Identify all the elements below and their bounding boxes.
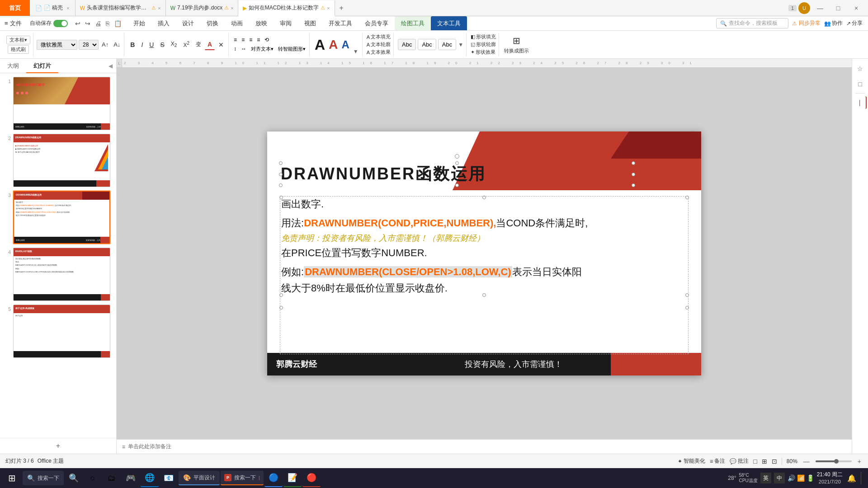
abc-dropdown[interactable]: ▼: [458, 42, 463, 48]
align-center-btn[interactable]: ≡: [240, 36, 246, 44]
abc-preset-3[interactable]: Abc: [438, 39, 456, 50]
tab-slideshow[interactable]: 放映: [249, 16, 274, 30]
text-style-btn[interactable]: 文本框▾: [6, 36, 30, 44]
font-name-select[interactable]: 微软雅黑: [37, 40, 77, 50]
abc-preset-1[interactable]: Abc: [398, 39, 416, 50]
taskbar-icon-4[interactable]: 🎮: [122, 469, 140, 487]
slide-canvas-area[interactable]: DRAWNUMBER函数运用: [117, 68, 852, 439]
panel-tab-outline[interactable]: 大纲: [0, 59, 26, 73]
slide-item-5[interactable]: 5 例子运用-构成模板 例子运用: [3, 305, 113, 358]
strikethrough-btn[interactable]: S: [157, 40, 167, 50]
text-a-medium[interactable]: A: [329, 38, 338, 51]
font-size-select[interactable]: 28: [79, 40, 99, 50]
shape-fill-btn[interactable]: ◧ 形状填充: [471, 33, 496, 40]
paste-icon[interactable]: 📋: [112, 19, 123, 28]
tab-draft-close[interactable]: ×: [66, 5, 69, 11]
font-color-btn[interactable]: A: [205, 39, 215, 50]
line-spacing-btn[interactable]: ↕: [232, 45, 238, 53]
superscript-btn[interactable]: X2: [180, 39, 192, 50]
comment-status-btn[interactable]: 💬 批注: [730, 457, 749, 465]
content-handle-tm[interactable]: [482, 196, 486, 199]
search-box[interactable]: 🔍 查找命令，搜索模板: [716, 18, 788, 28]
close-window-button[interactable]: ×: [848, 2, 864, 14]
handle-br[interactable]: [632, 183, 635, 187]
handle-tl[interactable]: [279, 161, 283, 165]
col-spacing-btn[interactable]: ↔: [239, 45, 248, 53]
new-tab-button[interactable]: +: [335, 0, 348, 16]
content-handle-mr[interactable]: [685, 306, 689, 310]
datetime-display[interactable]: 21:40 周二 2021/7/20: [817, 471, 843, 485]
zoom-minus-btn[interactable]: —: [802, 458, 811, 465]
notification-btn[interactable]: 🔔: [845, 472, 858, 484]
tab-animation[interactable]: 动画: [225, 16, 249, 30]
zoom-slider[interactable]: [816, 460, 852, 462]
handle-ml[interactable]: [279, 173, 283, 176]
taskbar-browser-icon[interactable]: 🌐: [141, 469, 159, 487]
text-fill-btn[interactable]: A 文本填充: [367, 33, 391, 40]
slide-item-3[interactable]: 3 DRAWNUMBER函数运用 画出数字. 用法:DRAWNUMBER(CON…: [3, 191, 113, 244]
view-normal-btn[interactable]: □: [753, 458, 757, 465]
zoom-plus-btn[interactable]: +: [856, 458, 863, 465]
italic-btn[interactable]: I: [138, 40, 146, 50]
content-handle-tl[interactable]: [279, 196, 283, 199]
text-a-large[interactable]: A: [315, 38, 325, 52]
tab-drawing-tool[interactable]: 绘图工具: [395, 16, 431, 30]
align-text-btn[interactable]: 对齐文本▾: [249, 45, 275, 53]
taskbar-icon-6[interactable]: 🔵: [264, 469, 283, 487]
search-taskbar[interactable]: 🔍 搜索一下: [23, 471, 64, 485]
transform-btn[interactable]: 变: [193, 39, 204, 50]
font-shrink-btn[interactable]: A↓: [112, 40, 122, 49]
title-textbox[interactable]: DRAWNUMBER函数运用: [281, 163, 633, 185]
format-brush-btn[interactable]: 格式刷: [8, 45, 29, 54]
ribbon-tab-file[interactable]: ≡ 文件: [0, 16, 26, 30]
redo-icon[interactable]: ↪: [83, 19, 92, 28]
user-avatar[interactable]: U: [798, 2, 810, 14]
tab-course-close[interactable]: ×: [158, 5, 160, 11]
tab-docx[interactable]: W 7.19学员内参.docx ⚠ ×: [166, 0, 238, 16]
autosave-toggle[interactable]: [53, 20, 68, 27]
tab-draft[interactable]: 📄 📄 稿壳 ×: [30, 0, 75, 16]
shape-effect-btn[interactable]: ✦ 形状效果: [471, 49, 496, 56]
undo-icon[interactable]: ↩: [73, 19, 82, 28]
content-handle-br[interactable]: [685, 293, 689, 297]
tab-design[interactable]: 设计: [176, 16, 200, 30]
bold-btn[interactable]: B: [127, 40, 137, 50]
rotate-handle[interactable]: [455, 154, 459, 159]
align-justify-btn[interactable]: ≡: [255, 36, 262, 44]
text-a-dropdown[interactable]: ▼: [353, 48, 359, 55]
align-right-btn[interactable]: ≡: [247, 36, 254, 44]
desktop-btn[interactable]: [861, 472, 863, 484]
tab-text-tool[interactable]: 文本工具: [431, 16, 467, 30]
tab-developer[interactable]: 开发工具: [322, 16, 359, 30]
text-direction-btn[interactable]: ⟲: [263, 36, 271, 44]
taskbar-planar-design[interactable]: 🎨 平面设计: [179, 471, 220, 485]
content-handle-ml[interactable]: [279, 306, 283, 310]
panel-tab-slides[interactable]: 幻灯片: [26, 59, 58, 73]
slide-item-2[interactable]: 2 DRAWNUMBER函数运用 ▶ DRAWNUMBER函数运用 ▶ BARS…: [3, 134, 113, 187]
minimize-button[interactable]: —: [812, 2, 828, 14]
taskbar-icon-2[interactable]: ○: [84, 469, 102, 487]
tab-start[interactable]: 开始: [127, 16, 151, 30]
right-btn-1[interactable]: ☆: [854, 62, 867, 75]
clear-format-btn[interactable]: ✕: [216, 40, 226, 50]
text-effect-btn[interactable]: A 文本效果: [367, 49, 391, 56]
slide-item-4[interactable]: 4 BARSLAST函数 找计最近满足条件距离的周期数. 用法: BARSLAS…: [3, 248, 113, 301]
abc-preset-2[interactable]: Abc: [418, 39, 436, 50]
copy-icon[interactable]: ⎘: [104, 19, 111, 28]
smart-art-btn[interactable]: 转智能图形▾: [276, 45, 307, 53]
content-handle-bm[interactable]: [482, 293, 486, 297]
notes-bar[interactable]: ≡ 单击此处添加备注: [117, 439, 852, 454]
font-grow-btn[interactable]: A↑: [100, 40, 110, 49]
align-left-btn[interactable]: ≡: [232, 36, 239, 44]
taskbar-icon-3[interactable]: 🗂: [103, 469, 121, 487]
view-grid-btn[interactable]: ⊞: [762, 458, 767, 465]
tab-member[interactable]: 会员专享: [359, 16, 395, 30]
content-handle-tr[interactable]: [685, 196, 689, 199]
collapse-panel-btn[interactable]: ◀: [108, 63, 113, 69]
right-btn-3[interactable]: |: [854, 96, 867, 109]
handle-tr[interactable]: [632, 161, 635, 165]
system-tray-icons[interactable]: 🔊 📶 🔋: [788, 474, 814, 482]
right-btn-2[interactable]: □: [854, 78, 867, 90]
smart-btn[interactable]: ✦ 智能美化: [678, 457, 705, 465]
tab-macd[interactable]: ▶ 如何在MACD柱体上标记数字 ⚠ ×: [238, 0, 335, 16]
